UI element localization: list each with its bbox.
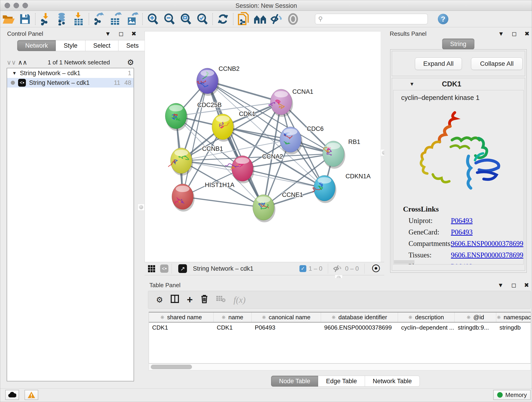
scrollbar-thumb[interactable]	[151, 365, 192, 369]
column-header-canonical-name[interactable]: ⎈canonical name	[252, 313, 321, 322]
import-network-file-button[interactable]	[37, 12, 54, 26]
birds-eye-view-button[interactable]	[252, 12, 268, 26]
warnings-button[interactable]	[25, 390, 38, 400]
panel-menu-icon[interactable]: ▼	[498, 30, 504, 37]
export-network-button[interactable]	[91, 12, 108, 26]
expand-all-button[interactable]: Expand All	[415, 57, 462, 70]
panel-menu-icon[interactable]: ▼	[105, 30, 111, 37]
show-columns-icon[interactable]	[171, 295, 179, 305]
node-CDK1[interactable]: CDK1	[212, 110, 255, 142]
help-button[interactable]: ?	[438, 14, 448, 24]
network-tree: ▼ String Network – cdk1 1 <• String Netw…	[7, 68, 134, 381]
network-row-selected[interactable]: <• String Network – cdk1 11 48	[7, 78, 133, 88]
column-header-name[interactable]: ⎈name	[214, 313, 252, 322]
detach-view-icon[interactable]: ↗	[178, 264, 187, 273]
zoom-fit-button[interactable]	[177, 12, 194, 26]
grid-view-icon[interactable]	[148, 265, 157, 273]
tab-node-table[interactable]: Node Table	[271, 376, 318, 387]
panel-close-icon[interactable]: ✖	[525, 30, 530, 37]
collapse-all-chevron-icon[interactable]: ∨∨	[7, 59, 16, 66]
table-cell[interactable]: CDK1	[214, 322, 252, 332]
table-cell[interactable]: CDK1	[149, 322, 214, 332]
search-input[interactable]	[315, 14, 428, 24]
tab-select[interactable]: Select	[85, 40, 119, 51]
export-image-button[interactable]	[124, 12, 140, 26]
create-column-icon[interactable]: +	[187, 294, 193, 306]
snapshot-button[interactable]	[235, 12, 252, 26]
gene-section: ▼ CDK1 cyclin–dependent kinase 1	[392, 78, 525, 271]
cloud-status-button[interactable]	[5, 390, 19, 400]
birds-eye-toggle-icon[interactable]: ⦿	[371, 264, 380, 274]
panel-float-icon[interactable]: ◻	[512, 30, 517, 37]
tab-network-table[interactable]: Network Table	[365, 376, 420, 387]
crosslink-link[interactable]: 9606.ENSP00000378699	[451, 251, 523, 259]
import-table-icon	[73, 12, 85, 26]
string-view-icon[interactable]: <•	[160, 264, 168, 273]
import-table-file-button[interactable]	[70, 12, 87, 26]
control-panel: Control Panel ▼ ◻ ✖ NetworkStyleSelectSe…	[2, 27, 139, 386]
tab-network[interactable]: Network	[17, 40, 56, 51]
import-network-icon	[40, 13, 51, 26]
control-panel-controls: ▼ ◻ ✖	[97, 30, 136, 37]
expand-all-chevron-icon[interactable]: ∧∧	[18, 59, 27, 66]
crosslink-link[interactable]: P06493	[451, 228, 473, 236]
edge-CCNB2-CCNE1[interactable]	[207, 81, 264, 207]
crosslink-link[interactable]: P06493	[451, 262, 473, 264]
node-HIST1H1A[interactable]: HIST1H1A	[172, 182, 234, 211]
node-CCNB2[interactable]: CCNB2	[196, 65, 240, 96]
refresh-layout-button[interactable]	[215, 12, 231, 26]
delete-column-trash-icon[interactable]	[201, 294, 208, 305]
crosslink-label: Pharos:	[409, 262, 451, 264]
zoom-out-button[interactable]	[161, 12, 177, 26]
network-canvas[interactable]: CCNB2CCNA1CDC25BCDK1CDC6RB1CCNB1CCNA2CDK…	[145, 31, 380, 262]
gene-collapse-icon[interactable]: ▼	[409, 81, 414, 87]
panel-float-icon[interactable]: ◻	[511, 282, 516, 289]
network-collection-row[interactable]: ▼ String Network – cdk1 1	[7, 68, 133, 78]
panel-menu-icon[interactable]: ▼	[498, 282, 504, 289]
tab-edge-table[interactable]: Edge Table	[318, 376, 365, 387]
column-header-@id[interactable]: ⎈@id	[455, 313, 496, 322]
edge-CCNB2-HIST1H1A[interactable]	[183, 81, 207, 197]
tree-expand-icon[interactable]: ▼	[12, 70, 17, 76]
save-session-button[interactable]	[17, 12, 33, 26]
left-splitter-handle[interactable]	[138, 204, 145, 211]
network-collection-label: String Network – cdk1	[20, 70, 124, 77]
crosslink-link[interactable]: 9606.ENSP00000378699	[451, 240, 523, 248]
import-network-database-button[interactable]	[54, 12, 70, 26]
graphics-details-button[interactable]	[268, 12, 285, 26]
tab-sets[interactable]: Sets	[118, 40, 147, 51]
gene-header-row[interactable]: ▼ CDK1	[392, 78, 525, 90]
node-label-CDK1: CDK1	[239, 110, 255, 117]
table-cell[interactable]: stringdb	[496, 322, 531, 332]
zoom-in-button[interactable]	[145, 12, 161, 26]
memory-button[interactable]: Memory	[493, 390, 531, 400]
selected-checkbox-icon[interactable]: ✓	[299, 265, 306, 272]
column-header-namespace[interactable]: ⎈namespace	[496, 313, 531, 322]
function-builder-icon[interactable]: f(x)	[234, 295, 246, 305]
column-header-database-identifier[interactable]: ⎈database identifier	[321, 313, 398, 322]
results-tab-string[interactable]: String	[442, 38, 475, 50]
edge-HIST1H1A-CCNE1[interactable]	[183, 197, 264, 207]
table-cell[interactable]: P06493	[252, 322, 321, 332]
table-horizontal-scrollbar[interactable]	[149, 364, 531, 370]
table-cell[interactable]: cyclin–dependent ...	[398, 322, 455, 332]
collapse-all-button[interactable]: Collapse All	[471, 57, 523, 70]
level-of-detail-button[interactable]	[285, 12, 301, 26]
table-cell[interactable]: 9606.ENSP00000378699	[321, 322, 398, 332]
tab-style[interactable]: Style	[56, 40, 85, 51]
table-cell[interactable]: stringdb:9...	[455, 322, 496, 332]
panel-close-icon[interactable]: ✖	[524, 282, 529, 289]
node-CDKN1A[interactable]: CDKN1A	[312, 173, 371, 203]
delete-table-icon[interactable]	[216, 295, 226, 304]
panel-close-icon[interactable]: ✖	[131, 30, 136, 37]
column-header-description[interactable]: ⎈description	[398, 313, 455, 322]
zoom-selected-button[interactable]	[194, 12, 210, 26]
open-session-button[interactable]	[0, 12, 17, 26]
column-header-shared-name[interactable]: ⎈shared name	[149, 313, 214, 322]
network-options-gear-icon[interactable]: ⚙	[127, 58, 134, 67]
table-settings-gear-icon[interactable]: ⚙	[156, 295, 163, 304]
node-RB1[interactable]: RB1	[323, 138, 360, 169]
panel-float-icon[interactable]: ◻	[119, 30, 124, 37]
export-table-button[interactable]	[108, 12, 124, 26]
crosslink-link[interactable]: P06493	[451, 217, 473, 225]
